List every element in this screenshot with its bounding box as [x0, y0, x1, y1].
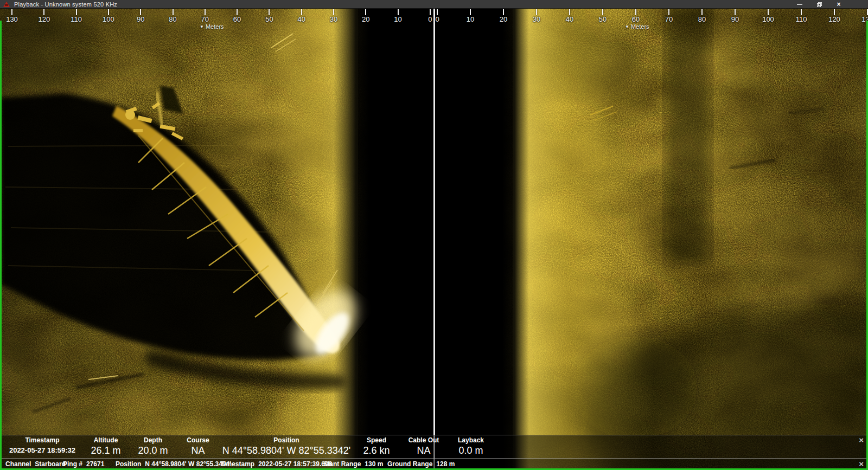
field-label: Speed: [363, 436, 390, 444]
field-label: Position: [222, 436, 350, 444]
status-timestamp: Timestamp2022-05-27 18:57:39.608: [220, 460, 332, 468]
window-title: Playback - Unknown system 520 KHz: [14, 1, 117, 8]
nav-data-panel: Timestamp 2022-05-27 18:59:32 Altitude 2…: [0, 435, 868, 458]
field-depth: Depth 20.0 m: [138, 436, 168, 456]
status-channel: ChannelStarboard: [5, 460, 66, 468]
field-value: 0.0 m: [458, 445, 484, 456]
restore-icon: [817, 2, 822, 7]
field-label: Altitude: [91, 436, 120, 444]
close-icon: ×: [837, 1, 840, 8]
field-value: N 44°58.9804' W 82°55.3342': [222, 445, 350, 456]
field-value: 2022-05-27 18:59:32: [9, 445, 75, 456]
nadir-line: [433, 9, 435, 470]
close-icon[interactable]: ×: [859, 460, 864, 468]
field-timestamp: Timestamp 2022-05-27 18:59:32: [9, 436, 75, 456]
field-label: Cable Out: [409, 436, 439, 444]
status-position: PositionN 44°58.9804' W 82°55.3494': [116, 460, 231, 468]
field-value: 26.1 m: [91, 445, 120, 456]
window-titlebar: Playback - Unknown system 520 KHz ×: [0, 0, 868, 9]
meters-label: Meters: [206, 23, 224, 30]
restore-button[interactable]: [809, 0, 829, 9]
field-course: Course NA: [187, 436, 209, 456]
field-cable-out: Cable Out NA: [409, 436, 439, 456]
meters-unit-dropdown-right[interactable]: ▼ Meters: [625, 23, 649, 30]
field-layback: Layback 0.0 m: [458, 436, 484, 456]
status-ping: Ping #27671: [63, 460, 104, 468]
field-label: Depth: [138, 436, 168, 444]
field-label: Timestamp: [9, 436, 75, 444]
field-value: NA: [187, 445, 209, 456]
app-icon: [3, 2, 10, 7]
status-bar: ChannelStarboard Ping #27671 PositionN 4…: [0, 458, 868, 469]
meters-unit-dropdown-left[interactable]: ▼ Meters: [200, 23, 224, 30]
minimize-icon: [797, 4, 802, 5]
status-slant-range: Slant Range130 m: [323, 460, 383, 468]
minimize-button[interactable]: [790, 0, 809, 9]
close-button[interactable]: ×: [829, 0, 848, 9]
status-ground-range: Ground Range128 m: [387, 460, 455, 468]
close-icon[interactable]: ×: [859, 436, 864, 444]
field-position: Position N 44°58.9804' W 82°55.3342': [222, 436, 350, 456]
field-value: 2.6 kn: [363, 445, 390, 456]
water-column-right: [434, 9, 529, 470]
water-column-left: [334, 9, 434, 470]
field-label: Layback: [458, 436, 484, 444]
field-value: 20.0 m: [138, 445, 168, 456]
field-label: Course: [187, 436, 209, 444]
field-value: NA: [409, 445, 439, 456]
playback-window: 1301201101009080706050403020100 01020304…: [0, 0, 868, 470]
nadir-return-right: [513, 9, 654, 470]
chevron-down-icon: ▼: [625, 24, 629, 29]
field-speed: Speed 2.6 kn: [363, 436, 390, 456]
field-altitude: Altitude 26.1 m: [91, 436, 120, 456]
chevron-down-icon: ▼: [200, 24, 204, 29]
meters-label: Meters: [631, 23, 649, 30]
capture-border: [0, 21, 2, 470]
